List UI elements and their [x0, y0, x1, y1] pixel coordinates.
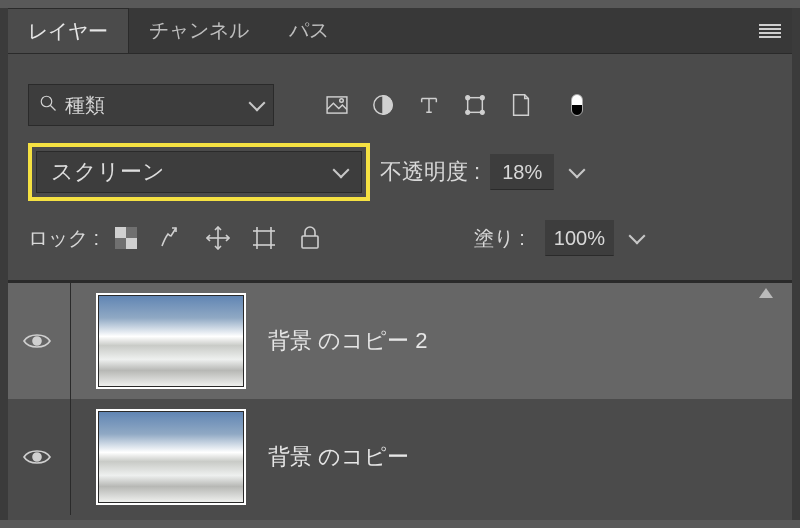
toggle-pill-icon	[571, 94, 583, 116]
filter-adjustment-icon[interactable]	[372, 94, 394, 116]
lock-all-icon[interactable]	[297, 225, 323, 251]
panel-tabs: レイヤー チャンネル パス	[8, 8, 792, 54]
layer-filter-row: 種類	[28, 82, 772, 128]
opacity-dropdown-button[interactable]	[562, 154, 592, 190]
svg-point-6	[466, 96, 470, 100]
lock-artboard-icon[interactable]	[251, 225, 277, 251]
chevron-down-icon	[569, 162, 586, 179]
visibility-toggle[interactable]	[22, 442, 52, 472]
svg-rect-11	[126, 238, 137, 249]
layer-thumbnail[interactable]	[96, 409, 246, 505]
lock-row: ロック : 塗り : 100%	[28, 218, 772, 258]
filter-shape-icon[interactable]	[464, 94, 486, 116]
svg-rect-13	[115, 238, 126, 249]
svg-rect-2	[327, 97, 347, 113]
svg-point-7	[481, 96, 485, 100]
tab-paths[interactable]: パス	[269, 8, 349, 53]
layer-row[interactable]: 背景 のコピー	[8, 399, 792, 515]
svg-point-26	[33, 337, 41, 345]
blend-mode-select[interactable]: スクリーン	[36, 151, 362, 193]
tab-layers[interactable]: レイヤー	[8, 8, 129, 53]
svg-point-9	[481, 111, 485, 115]
layer-name[interactable]: 背景 のコピー 2	[268, 326, 427, 356]
filter-type-icon[interactable]	[418, 94, 440, 116]
svg-line-1	[50, 105, 55, 110]
svg-rect-10	[115, 227, 126, 238]
chevron-down-icon	[629, 228, 646, 245]
filter-toggle[interactable]	[566, 94, 588, 116]
layer-row[interactable]: 背景 のコピー 2	[8, 283, 792, 399]
vertical-scrollbar[interactable]	[756, 288, 776, 504]
filter-smartobject-icon[interactable]	[510, 94, 532, 116]
layer-thumbnail[interactable]	[96, 293, 246, 389]
scroll-up-arrow-icon	[759, 288, 773, 298]
lock-image-icon[interactable]	[159, 225, 185, 251]
filter-type-select[interactable]: 種類	[28, 84, 274, 126]
fill-group: 塗り : 100%	[474, 220, 772, 256]
lock-transparency-icon[interactable]	[113, 225, 139, 251]
svg-rect-16	[257, 231, 271, 245]
filter-pixel-icon[interactable]	[326, 94, 348, 116]
svg-rect-25	[302, 236, 318, 248]
svg-rect-5	[468, 98, 483, 113]
chevron-down-icon	[249, 95, 266, 112]
svg-point-27	[33, 453, 41, 461]
svg-rect-12	[126, 227, 137, 238]
chevron-down-icon	[333, 162, 350, 179]
svg-point-8	[466, 111, 470, 115]
fill-dropdown-button[interactable]	[622, 220, 652, 256]
visibility-toggle[interactable]	[22, 326, 52, 356]
filter-type-label: 種類	[65, 92, 251, 119]
fill-input[interactable]: 100%	[545, 220, 614, 256]
blend-row: スクリーン 不透明度 : 18%	[28, 148, 772, 196]
opacity-input[interactable]: 18%	[490, 154, 554, 190]
panel-menu-button[interactable]	[748, 8, 792, 53]
opacity-label: 不透明度 :	[380, 157, 480, 187]
layer-name[interactable]: 背景 のコピー	[268, 442, 409, 472]
fill-label: 塗り :	[474, 225, 525, 252]
svg-point-3	[340, 99, 344, 103]
layers-list: 背景 のコピー 2 背景 のコピー	[8, 280, 792, 515]
lock-label: ロック :	[28, 225, 99, 252]
blend-mode-value: スクリーン	[51, 157, 335, 187]
lock-position-icon[interactable]	[205, 225, 231, 251]
tab-channels[interactable]: チャンネル	[129, 8, 269, 53]
search-icon	[39, 94, 57, 117]
menu-icon	[759, 24, 781, 38]
svg-point-0	[41, 96, 52, 107]
blend-mode-highlight: スクリーン	[28, 143, 370, 201]
